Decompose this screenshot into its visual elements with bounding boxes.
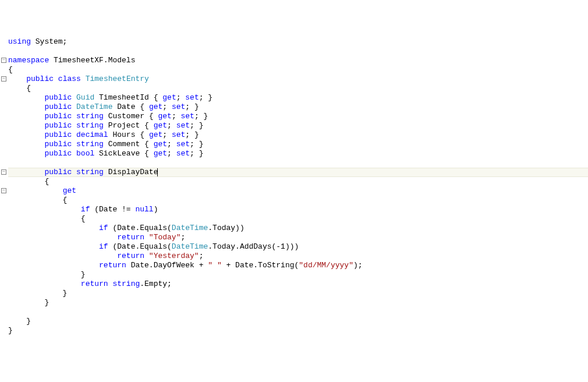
code-line[interactable]: } — [8, 298, 588, 307]
code-line[interactable]: public class TimesheetEntry — [8, 75, 588, 84]
code-line[interactable]: public decimal Hours { get; set; } — [8, 130, 588, 140]
fold-gutter: −−−− — [0, 37, 8, 335]
code-editor[interactable]: −−−− using System;namespace TimesheetXF.… — [0, 37, 588, 335]
code-line[interactable]: { — [8, 196, 588, 205]
code-line[interactable]: public Guid TimesheetId { get; set; } — [8, 93, 588, 102]
code-line[interactable]: public string Customer { get; set; } — [8, 112, 588, 121]
fold-toggle-icon[interactable]: − — [1, 169, 6, 175]
code-line[interactable]: } — [8, 317, 588, 326]
code-line[interactable]: if (Date.Equals(DateTime.Today)) — [8, 224, 588, 233]
code-line[interactable]: return "Today"; — [8, 233, 588, 242]
code-area[interactable]: using System;namespace TimesheetXF.Model… — [8, 37, 588, 335]
code-line[interactable]: public string DisplayDate — [8, 168, 588, 177]
code-line[interactable]: using System; — [8, 37, 588, 47]
code-line[interactable]: public string Comment { get; set; } — [8, 140, 588, 149]
code-line[interactable]: return Date.DayOfWeek + " " + Date.ToStr… — [8, 261, 588, 270]
code-line[interactable]: { — [8, 84, 588, 93]
fold-toggle-icon[interactable]: − — [1, 58, 6, 63]
code-line[interactable]: { — [8, 214, 588, 224]
text-cursor — [157, 168, 158, 176]
code-line[interactable]: { — [8, 65, 588, 75]
code-line[interactable]: return string.Empty; — [8, 280, 588, 289]
code-line[interactable] — [8, 158, 588, 168]
code-line[interactable]: if (Date != null) — [8, 205, 588, 214]
code-line[interactable]: namespace TimesheetXF.Models — [8, 56, 588, 65]
fold-toggle-icon[interactable]: − — [1, 76, 6, 82]
code-line[interactable]: } — [8, 326, 588, 335]
code-line[interactable]: public string Project { get; set; } — [8, 121, 588, 130]
code-line[interactable] — [8, 47, 588, 56]
code-line[interactable]: } — [8, 270, 588, 280]
code-line[interactable] — [8, 307, 588, 317]
code-line[interactable]: if (Date.Equals(DateTime.Today.AddDays(-… — [8, 242, 588, 252]
code-line[interactable]: } — [8, 289, 588, 298]
code-line[interactable]: return "Yesterday"; — [8, 252, 588, 261]
code-line[interactable]: public DateTime Date { get; set; } — [8, 102, 588, 112]
fold-toggle-icon[interactable]: − — [1, 188, 6, 193]
code-line[interactable]: { — [8, 177, 588, 186]
code-line[interactable]: public bool SickLeave { get; set; } — [8, 149, 588, 158]
code-line[interactable]: get — [8, 186, 588, 196]
